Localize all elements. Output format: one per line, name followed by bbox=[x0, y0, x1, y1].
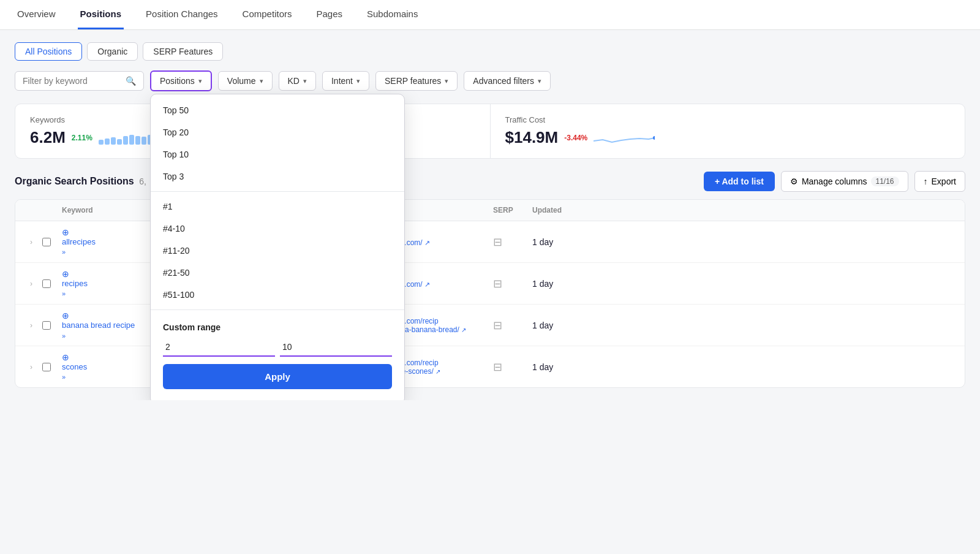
dropdown-item-top20[interactable]: Top 20 bbox=[151, 121, 404, 143]
dropdown-item-4-10[interactable]: #4-10 bbox=[151, 218, 404, 240]
add-icon: ⊕ bbox=[62, 227, 69, 237]
bar bbox=[105, 138, 110, 145]
row-checkbox[interactable] bbox=[42, 279, 51, 288]
manage-columns-button[interactable]: ⚙ Manage columns 11/16 bbox=[781, 171, 908, 192]
svg-point-0 bbox=[653, 136, 655, 140]
row-expand-btn[interactable]: › bbox=[23, 321, 40, 330]
dropdown-divider-1 bbox=[151, 191, 404, 192]
bar bbox=[99, 140, 104, 145]
custom-range-to[interactable] bbox=[280, 338, 392, 357]
sparkline-chart bbox=[594, 129, 655, 147]
tab-serp-features[interactable]: SERP Features bbox=[143, 42, 223, 61]
search-icon: 🔍 bbox=[126, 76, 136, 86]
chevron-down-icon: ▾ bbox=[198, 77, 202, 85]
dropdown-item-51-100[interactable]: #51-100 bbox=[151, 284, 404, 306]
bar bbox=[141, 137, 146, 145]
row-checkbox[interactable] bbox=[42, 321, 51, 330]
traffic-cost-value: $14.9M -3.44% bbox=[505, 128, 951, 147]
export-button[interactable]: ↑ Export bbox=[914, 171, 965, 192]
top-nav: Overview Positions Position Changes Comp… bbox=[0, 0, 980, 30]
chevron-down-icon: ▾ bbox=[538, 77, 541, 85]
row-expand-btn[interactable]: › bbox=[23, 279, 40, 288]
positions-filter-wrapper: Positions ▾ Top 50 Top 20 Top 10 Top 3 #… bbox=[150, 70, 212, 91]
custom-range-label: Custom range bbox=[163, 322, 392, 332]
bar bbox=[111, 137, 116, 145]
traffic-cost-stat: Traffic Cost $14.9M -3.44% bbox=[491, 104, 965, 158]
bar bbox=[135, 136, 140, 145]
bar bbox=[123, 136, 128, 145]
custom-range-from[interactable] bbox=[163, 338, 275, 357]
nav-competitors[interactable]: Competitors bbox=[240, 0, 295, 29]
nav-positions[interactable]: Positions bbox=[78, 0, 124, 29]
gear-icon: ⚙ bbox=[790, 176, 798, 186]
positions-dropdown: Top 50 Top 20 Top 10 Top 3 #1 #4-10 #11-… bbox=[150, 94, 405, 400]
row-expand-btn[interactable]: › bbox=[23, 238, 40, 246]
keyword-search-wrapper[interactable]: 🔍 bbox=[15, 71, 144, 91]
traffic-cost-label: Traffic Cost bbox=[505, 115, 951, 124]
updated-cell: 1 day bbox=[532, 362, 581, 372]
bar bbox=[117, 139, 122, 145]
dropdown-item-21-50[interactable]: #21-50 bbox=[151, 262, 404, 284]
nav-subdomains[interactable]: Subdomains bbox=[364, 0, 420, 29]
updated-cell: 1 day bbox=[532, 321, 581, 330]
chevron-down-icon: ▾ bbox=[303, 77, 307, 85]
page-content: All Positions Organic SERP Features 🔍 Po… bbox=[0, 30, 980, 400]
tab-organic[interactable]: Organic bbox=[87, 42, 138, 61]
advanced-filters-btn[interactable]: Advanced filters ▾ bbox=[464, 71, 551, 91]
search-input[interactable] bbox=[23, 76, 121, 86]
dropdown-item-11-20[interactable]: #11-20 bbox=[151, 240, 404, 262]
filter-bar: 🔍 Positions ▾ Top 50 Top 20 Top 10 Top 3… bbox=[15, 70, 965, 91]
table-title: Organic Search Positions 6, bbox=[15, 176, 146, 187]
serp-cell: ⊟ bbox=[493, 235, 530, 249]
dropdown-divider-2 bbox=[151, 309, 404, 310]
serp-cell: ⊟ bbox=[493, 277, 530, 290]
add-icon: ⊕ bbox=[62, 352, 69, 362]
dropdown-item-top10[interactable]: Top 10 bbox=[151, 143, 404, 165]
dropdown-item-top50[interactable]: Top 50 bbox=[151, 99, 404, 121]
chevron-down-icon: ▾ bbox=[445, 77, 448, 85]
nav-pages[interactable]: Pages bbox=[314, 0, 345, 29]
add-icon: ⊕ bbox=[62, 269, 69, 279]
kd-filter-btn[interactable]: KD ▾ bbox=[279, 71, 316, 91]
apply-button[interactable]: Apply bbox=[163, 364, 392, 389]
row-expand-btn[interactable]: › bbox=[23, 363, 40, 371]
dropdown-item-1[interactable]: #1 bbox=[151, 195, 404, 218]
add-to-list-button[interactable]: + Add to list bbox=[704, 172, 775, 191]
tab-all-positions[interactable]: All Positions bbox=[15, 42, 82, 61]
sub-tabs: All Positions Organic SERP Features bbox=[15, 42, 965, 61]
nav-overview[interactable]: Overview bbox=[15, 0, 58, 29]
row-checkbox[interactable] bbox=[42, 238, 51, 246]
serp-cell: ⊟ bbox=[493, 319, 530, 332]
custom-range-section: Custom range Apply bbox=[151, 314, 404, 399]
chevron-down-icon: ▾ bbox=[356, 77, 360, 85]
positions-filter-btn[interactable]: Positions ▾ bbox=[150, 70, 212, 91]
bar bbox=[129, 135, 134, 145]
updated-cell: 1 day bbox=[532, 237, 581, 247]
updated-cell: 1 day bbox=[532, 279, 581, 289]
custom-range-inputs bbox=[163, 338, 392, 357]
add-icon: ⊕ bbox=[62, 311, 69, 321]
nav-position-changes[interactable]: Position Changes bbox=[143, 0, 221, 29]
row-checkbox[interactable] bbox=[42, 363, 51, 371]
dropdown-item-top3[interactable]: Top 3 bbox=[151, 165, 404, 188]
serp-cell: ⊟ bbox=[493, 360, 530, 374]
volume-filter-btn[interactable]: Volume ▾ bbox=[218, 71, 273, 91]
chevron-down-icon: ▾ bbox=[260, 77, 263, 85]
upload-icon: ↑ bbox=[924, 176, 928, 186]
serp-filter-btn[interactable]: SERP features ▾ bbox=[375, 71, 458, 91]
table-actions: + Add to list ⚙ Manage columns 11/16 ↑ E… bbox=[704, 171, 965, 192]
intent-filter-btn[interactable]: Intent ▾ bbox=[322, 71, 369, 91]
